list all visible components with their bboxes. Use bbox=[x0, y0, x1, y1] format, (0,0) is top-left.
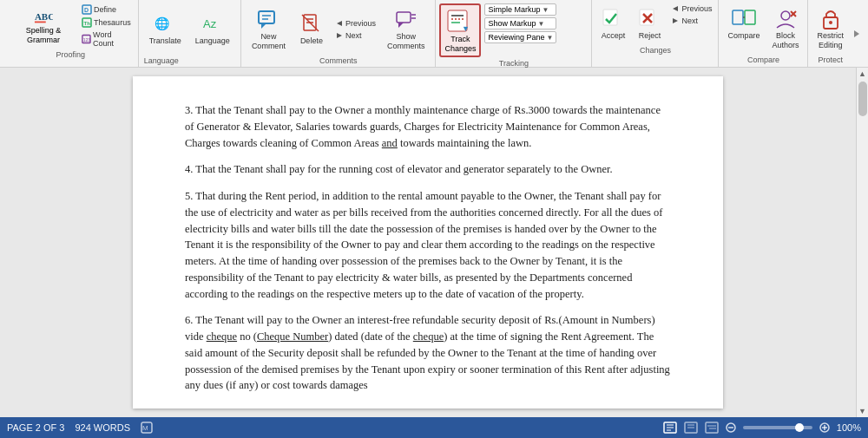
changes-group-label: Changes bbox=[595, 44, 714, 55]
prev-arrow-icon bbox=[335, 19, 344, 28]
define-button[interactable]: D Define bbox=[80, 3, 133, 16]
status-bar: PAGE 2 OF 3 924 WORDS M 100% bbox=[0, 417, 868, 438]
previous-change-button[interactable]: Previous bbox=[668, 3, 714, 14]
proofing-group: ABC Spelling & Grammar D Define Th Thesa… bbox=[3, 0, 139, 67]
svg-text:ABC: ABC bbox=[35, 11, 53, 22]
next-label: Next bbox=[345, 31, 362, 40]
ribbon-scroll-arrow[interactable] bbox=[852, 0, 865, 67]
track-changes-label: TrackChanges bbox=[444, 35, 476, 54]
compare-items: Compare BlockAuthors bbox=[722, 3, 804, 54]
new-comment-button[interactable]: NewComment bbox=[247, 4, 291, 55]
svg-rect-53 bbox=[706, 422, 718, 433]
next-comment-button[interactable]: Next bbox=[332, 30, 378, 41]
paragraph-4: 4. That the Tenant shall pay for the run… bbox=[185, 161, 671, 178]
svg-text:▼: ▼ bbox=[462, 24, 470, 33]
accept-label: Accept bbox=[602, 31, 626, 41]
reject-icon bbox=[637, 7, 661, 31]
new-comment-icon bbox=[256, 8, 280, 32]
block-authors-label: BlockAuthors bbox=[772, 31, 799, 50]
show-markup-dropdown[interactable]: Show Markup ▼ bbox=[484, 17, 556, 29]
show-comments-button[interactable]: ShowComments bbox=[382, 4, 431, 55]
language-icon: Az bbox=[201, 12, 225, 36]
tracking-right: Simple Markup ▼ Show Markup ▼ Reviewing … bbox=[484, 3, 556, 43]
word-count-label: Word Count bbox=[93, 30, 131, 48]
thesaurus-label: Thesaurus bbox=[94, 18, 131, 27]
proofing-top: ABC Spelling & Grammar D Define Th Thesa… bbox=[9, 3, 133, 49]
simple-markup-label: Simple Markup bbox=[488, 5, 540, 14]
thesaurus-button[interactable]: Th Thesaurus bbox=[80, 16, 133, 29]
svg-marker-34 bbox=[673, 18, 678, 23]
svg-marker-21 bbox=[398, 23, 404, 28]
page-info: PAGE 2 OF 3 bbox=[7, 422, 64, 433]
restrict-editing-label: RestrictEditing bbox=[817, 31, 844, 50]
outline-icon[interactable] bbox=[705, 422, 719, 434]
word-count-icon: 123 bbox=[82, 34, 91, 44]
svg-marker-33 bbox=[673, 6, 678, 11]
simple-markup-chevron: ▼ bbox=[542, 6, 549, 14]
zoom-thumb bbox=[795, 423, 804, 432]
comments-group: NewComment Delete Previous bbox=[241, 0, 437, 67]
translate-button[interactable]: 🌐 Translate bbox=[144, 9, 187, 49]
delete-label: Delete bbox=[300, 36, 323, 46]
scroll-up-arrow[interactable]: ▲ bbox=[857, 68, 868, 80]
underline-cheque-1: cheque bbox=[207, 330, 237, 343]
zoom-out-icon[interactable] bbox=[726, 422, 736, 433]
next-change-icon bbox=[671, 16, 680, 25]
language-label: Language bbox=[195, 36, 230, 46]
protect-items: RestrictEditing bbox=[812, 3, 849, 54]
scroll-thumb[interactable] bbox=[858, 82, 867, 116]
compare-button[interactable]: Compare bbox=[722, 3, 765, 44]
vertical-scrollbar[interactable]: ▲ ▼ bbox=[856, 68, 868, 417]
underline-cheque-number: Cheque Number bbox=[257, 330, 328, 343]
previous-label: Previous bbox=[345, 19, 376, 28]
spelling-grammar-button[interactable]: ABC Spelling & Grammar bbox=[9, 5, 78, 47]
block-authors-button[interactable]: BlockAuthors bbox=[766, 3, 804, 54]
restrict-editing-button[interactable]: RestrictEditing bbox=[812, 3, 849, 54]
paragraph-5: 5. That during the Rent period, in addit… bbox=[185, 188, 671, 302]
thesaurus-icon: Th bbox=[82, 17, 92, 28]
reviewing-pane-chevron: ▼ bbox=[547, 34, 554, 42]
print-layout-icon[interactable] bbox=[663, 422, 677, 434]
define-icon: D bbox=[82, 4, 92, 15]
zoom-slider[interactable] bbox=[743, 426, 812, 429]
previous-change-label: Previous bbox=[681, 4, 712, 13]
delete-comment-button[interactable]: Delete bbox=[294, 9, 329, 49]
protect-group-label: Protect bbox=[812, 54, 849, 64]
next-change-button[interactable]: Next bbox=[668, 16, 714, 26]
track-changes-button[interactable]: ▼ TrackChanges bbox=[439, 3, 481, 57]
simple-markup-dropdown[interactable]: Simple Markup ▼ bbox=[484, 3, 556, 16]
word-count-status: 924 WORDS bbox=[75, 422, 130, 433]
next-arrow-icon bbox=[335, 31, 344, 40]
paragraph-6: 6. The Tenant will pay to the Owner an i… bbox=[185, 312, 671, 394]
compare-icon bbox=[732, 7, 756, 31]
prev-change-icon bbox=[671, 4, 680, 13]
svg-rect-36 bbox=[745, 10, 755, 24]
reject-button[interactable]: Reject bbox=[632, 3, 667, 44]
prev-next-comments: Previous Next bbox=[332, 18, 378, 41]
svg-point-42 bbox=[829, 21, 832, 24]
block-authors-icon bbox=[773, 7, 798, 31]
language-button[interactable]: Az Language bbox=[190, 9, 235, 49]
web-layout-icon[interactable] bbox=[684, 422, 698, 434]
proofing-group-label: Proofing bbox=[9, 49, 133, 59]
compare-group-label: Compare bbox=[722, 54, 804, 64]
underline-cheque-2: cheque bbox=[413, 330, 444, 343]
svg-text:Th: Th bbox=[84, 21, 91, 26]
macro-icon: M bbox=[141, 422, 153, 434]
word-count-button[interactable]: 123 Word Count bbox=[80, 29, 133, 49]
paragraph-3: 3. That the Tenant shall pay to the Owne… bbox=[185, 102, 671, 151]
proofing-small-items: D Define Th Thesaurus 123 Word Count bbox=[80, 3, 133, 49]
document-page: 3. That the Tenant shall pay to the Owne… bbox=[133, 76, 723, 409]
accept-button[interactable]: Accept bbox=[595, 3, 630, 44]
scroll-down-arrow[interactable]: ▼ bbox=[857, 405, 868, 417]
accept-icon bbox=[601, 7, 625, 31]
zoom-in-icon[interactable] bbox=[819, 422, 830, 433]
spelling-label: Spelling & Grammar bbox=[12, 26, 75, 45]
svg-text:123: 123 bbox=[83, 37, 91, 42]
translate-label: Translate bbox=[149, 36, 181, 46]
document-area: 3. That the Tenant shall pay to the Owne… bbox=[0, 68, 856, 417]
underline-and: and bbox=[382, 137, 398, 149]
previous-comment-button[interactable]: Previous bbox=[332, 18, 378, 29]
comments-group-label: Comments bbox=[247, 55, 431, 65]
reviewing-pane-dropdown[interactable]: Reviewing Pane ▼ bbox=[484, 31, 556, 43]
